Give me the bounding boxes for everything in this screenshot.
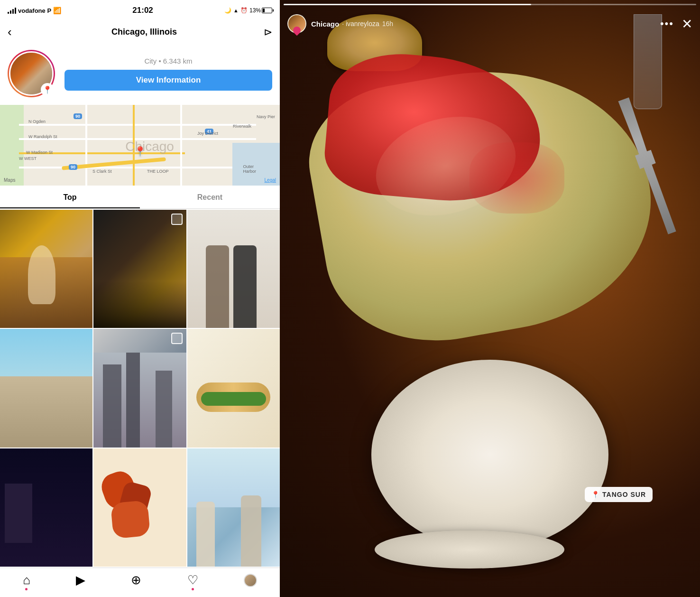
story-plate2-element bbox=[375, 531, 564, 569]
profile-nav-item[interactable] bbox=[244, 574, 257, 587]
wifi-icon: 📶 bbox=[53, 7, 61, 14]
photo-grid bbox=[0, 209, 280, 568]
story-actions: ••• ✕ bbox=[660, 16, 692, 32]
story-panel[interactable]: Chicago · ivanreyloza 16h ••• ✕ 📍 TANGO … bbox=[280, 0, 700, 597]
story-plate-element bbox=[371, 360, 608, 550]
share-button[interactable]: ⊳ bbox=[264, 26, 272, 38]
clock: 21:02 bbox=[132, 6, 153, 15]
sticker-location-name: TANGO SUR bbox=[602, 491, 646, 498]
map-road-v-major bbox=[133, 105, 135, 186]
heart-icon: ♡ bbox=[187, 573, 198, 588]
photo-select-checkbox[interactable] bbox=[171, 214, 183, 225]
add-nav-item[interactable]: ⊕ bbox=[131, 573, 141, 588]
map-green-area bbox=[0, 105, 24, 186]
battery-fill bbox=[263, 9, 265, 12]
status-left: vodafone P 📶 bbox=[8, 7, 61, 14]
map-label-clark: S Clark St bbox=[92, 169, 112, 174]
story-time: 16h bbox=[382, 20, 393, 28]
profile-section: 📍 City • 6.343 km View Information bbox=[0, 45, 280, 105]
photo-cell-4[interactable] bbox=[0, 329, 92, 447]
likes-nav-item[interactable]: ♡ bbox=[187, 573, 198, 588]
home-nav-item[interactable]: ⌂ bbox=[23, 573, 30, 588]
signal-icon bbox=[8, 7, 16, 14]
map-badge-90-2: 90 bbox=[69, 164, 77, 170]
map-legal-link[interactable]: Legal bbox=[265, 177, 276, 183]
map-container[interactable]: 90 90 41 N Ogden W Randolph St W Madison… bbox=[0, 105, 280, 186]
map-label-ogden: N Ogden bbox=[28, 119, 46, 124]
photo-cell-8[interactable] bbox=[93, 448, 186, 567]
map-label-joy: Joy District bbox=[197, 131, 218, 136]
battery-indicator: 13% bbox=[249, 7, 272, 14]
content-tabs: Top Recent bbox=[0, 187, 280, 209]
view-information-button[interactable]: View Information bbox=[64, 70, 272, 91]
profile-info: City • 6.343 km View Information bbox=[64, 57, 272, 91]
story-close-button[interactable]: ✕ bbox=[682, 16, 692, 32]
photo-cell-5[interactable] bbox=[93, 329, 186, 447]
story-location-name: Chicago bbox=[311, 20, 339, 28]
tab-recent[interactable]: Recent bbox=[140, 187, 280, 208]
apple-maps-watermark: Maps bbox=[4, 177, 15, 183]
avatar-wrap: 📍 bbox=[8, 50, 55, 97]
map-badge-90: 90 bbox=[74, 113, 82, 119]
story-progress-bar bbox=[284, 4, 696, 5]
location-pin-badge: 📍 bbox=[41, 83, 54, 96]
home-icon: ⌂ bbox=[23, 573, 30, 588]
map-label-randolph: W Randolph St bbox=[28, 134, 57, 139]
reels-icon: ▶ bbox=[76, 573, 85, 588]
map-road bbox=[19, 167, 232, 168]
story-sauce-element bbox=[470, 142, 564, 214]
map-label-loop: THE LOOP bbox=[147, 169, 169, 174]
home-dot bbox=[25, 588, 28, 590]
photo-cell-3[interactable] bbox=[187, 210, 280, 328]
map-label-riverwalk: Riverwalk bbox=[233, 124, 251, 129]
story-progress-fill bbox=[284, 4, 531, 5]
battery-percent: 13% bbox=[249, 7, 261, 14]
nav-bar: ‹ Chicago, Illinois ⊳ bbox=[0, 21, 280, 45]
battery-icon bbox=[262, 8, 272, 13]
signal-bar-1 bbox=[8, 12, 9, 14]
story-username-row: Chicago · ivanreyloza 16h bbox=[311, 20, 660, 28]
location-icon: ▲ bbox=[233, 8, 239, 13]
map-road-v bbox=[85, 105, 87, 186]
signal-bar-3 bbox=[12, 9, 14, 14]
moon-icon: 🌙 bbox=[224, 7, 231, 14]
map-road bbox=[19, 124, 256, 126]
page-title: Chicago, Illinois bbox=[111, 27, 177, 37]
profile-avatar bbox=[244, 574, 257, 587]
photo-cell-7[interactable] bbox=[0, 448, 92, 567]
likes-dot bbox=[192, 588, 194, 590]
story-username: · ivanreyloza bbox=[342, 20, 379, 28]
story-user-info: Chicago · ivanreyloza 16h bbox=[311, 20, 660, 28]
photo-cell-1[interactable] bbox=[0, 210, 92, 328]
signal-bar-2 bbox=[10, 10, 11, 14]
map-label-harbor: OuterHarbor bbox=[243, 164, 256, 174]
tab-top[interactable]: Top bbox=[0, 187, 140, 208]
story-avatar-wrap bbox=[287, 14, 306, 33]
bottom-nav: ⌂ ▶ ⊕ ♡ bbox=[0, 568, 280, 597]
map-road-v2 bbox=[180, 105, 182, 186]
sticker-pin-icon: 📍 bbox=[591, 491, 599, 498]
photo-cell-6[interactable] bbox=[187, 329, 280, 447]
map-location-pin: 📍 bbox=[134, 146, 146, 157]
city-distance: City • 6.343 km bbox=[64, 57, 272, 65]
map-label-madison: W Madison St bbox=[26, 150, 53, 155]
story-sticker[interactable]: 📍 TANGO SUR bbox=[585, 487, 653, 502]
map-label-navy-pier: Navy Pier bbox=[257, 114, 275, 119]
back-button[interactable]: ‹ bbox=[8, 25, 25, 39]
photo-select-checkbox-2[interactable] bbox=[171, 333, 183, 344]
status-bar: vodafone P 📶 21:02 🌙 ▲ ⏰ 13% bbox=[0, 0, 280, 21]
apple-logo: Maps bbox=[4, 177, 15, 183]
status-right: 🌙 ▲ ⏰ 13% bbox=[224, 7, 272, 14]
alarm-icon: ⏰ bbox=[240, 7, 248, 14]
phone-panel: vodafone P 📶 21:02 🌙 ▲ ⏰ 13% ‹ Chicago, … bbox=[0, 0, 280, 597]
reels-nav-item[interactable]: ▶ bbox=[76, 573, 85, 588]
photo-cell-9[interactable] bbox=[187, 448, 280, 567]
story-more-button[interactable]: ••• bbox=[660, 18, 674, 30]
signal-bar-4 bbox=[15, 8, 16, 14]
story-header: Chicago · ivanreyloza 16h ••• ✕ bbox=[280, 0, 700, 41]
carrier-name: vodafone P bbox=[18, 7, 51, 14]
photo-cell-2[interactable] bbox=[93, 210, 186, 328]
add-icon: ⊕ bbox=[131, 573, 141, 588]
map-background: 90 90 41 N Ogden W Randolph St W Madison… bbox=[0, 105, 280, 186]
map-label-west: W WEST bbox=[19, 156, 37, 161]
